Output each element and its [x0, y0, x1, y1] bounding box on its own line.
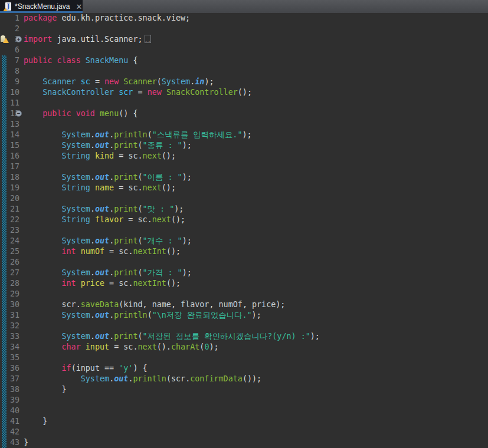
- code-token: (: [138, 236, 143, 245]
- code-token: (: [138, 173, 143, 182]
- code-token: out: [95, 141, 109, 150]
- code-line: 31 System.out.println("\n저장 완료되었습니다.");: [0, 310, 488, 321]
- line-number: 39: [0, 395, 19, 406]
- code-token: .: [185, 374, 190, 383]
- code-line: 14 System.out.println("스낵류를 입력하세요.");: [0, 130, 488, 140]
- line-number: 35: [0, 353, 19, 363]
- fold-collapsed-icon[interactable]: +: [15, 36, 22, 42]
- code-token: .: [90, 173, 95, 182]
- code-line: 27 System.out.print("가격 : ");: [0, 268, 488, 278]
- code-token: System: [62, 205, 90, 213]
- code-token: price: [81, 279, 104, 288]
- code-token: .: [109, 374, 114, 383]
- code-token: next: [152, 215, 171, 224]
- line-number: 29: [0, 289, 19, 299]
- code-line: 19 String name = sc.next();: [0, 183, 488, 193]
- code-token: [81, 342, 86, 351]
- code-token: saveData: [81, 300, 119, 309]
- line-number: 32: [0, 321, 19, 331]
- line-number: 17: [0, 162, 19, 172]
- code-line-text: System.out.println("스낵류를 입력하세요.");: [24, 130, 488, 140]
- line-number: 1: [0, 13, 19, 24]
- code-token: import: [24, 35, 52, 44]
- code-token: );: [182, 141, 192, 150]
- code-token: numOf: [81, 247, 104, 256]
- code-token: .: [109, 332, 114, 341]
- code-token: ==: [100, 364, 119, 373]
- code-token: [90, 151, 95, 160]
- code-token: );: [182, 173, 192, 182]
- tab-close-icon[interactable]: ✕: [76, 2, 82, 11]
- code-line: 10 SnackController scr = new SnackContro…: [0, 87, 488, 98]
- code-token: if: [62, 364, 71, 373]
- code-token: sc: [119, 279, 128, 288]
- code-line: 2: [0, 24, 488, 34]
- code-token: out: [95, 205, 109, 213]
- line-number: 7: [0, 55, 19, 66]
- code-token: (: [157, 77, 162, 86]
- code-line: 43}: [0, 437, 488, 448]
- code-token: [24, 205, 62, 213]
- code-line: 12− public void menu() {: [0, 108, 488, 119]
- code-token: print: [114, 236, 137, 245]
- code-line: 1package edu.kh.practice.snack.view;: [0, 13, 488, 24]
- code-token: String: [62, 151, 90, 160]
- code-token: class: [57, 56, 80, 65]
- line-number: 42: [0, 427, 19, 437]
- fold-box-dots-icon: ··: [145, 40, 150, 44]
- code-token: ,: [209, 300, 218, 309]
- code-token: ,: [143, 300, 152, 309]
- code-token: );: [182, 268, 192, 277]
- code-token: ) {: [133, 364, 147, 373]
- code-token: nextInt: [133, 247, 166, 256]
- code-token: menu: [100, 109, 119, 118]
- code-token: name: [95, 183, 114, 192]
- fold-expanded-icon[interactable]: −: [15, 110, 22, 117]
- code-token: [24, 364, 62, 373]
- code-token: [24, 247, 62, 256]
- code-token: charAt: [171, 342, 199, 351]
- code-token: [24, 183, 62, 192]
- tab-snackmenu-java[interactable]: J *SnackMenu.java ✕: [0, 0, 83, 13]
- code-line-text: String kind = sc.next();: [24, 151, 488, 162]
- warning-quickfix-icon[interactable]: [1, 35, 9, 44]
- folded-region-box[interactable]: ··: [145, 35, 151, 43]
- code-line: 38 }: [0, 384, 488, 395]
- code-token: ();: [162, 183, 176, 192]
- line-number: 38: [0, 384, 19, 395]
- code-line: 35: [0, 353, 488, 363]
- line-number: 36: [0, 363, 19, 374]
- code-token: next: [138, 342, 157, 351]
- line-number: 43: [0, 437, 19, 448]
- code-token: next: [143, 151, 162, 160]
- code-editor[interactable]: 1package edu.kh.practice.snack.view;23+i…: [0, 13, 488, 448]
- code-line: 32: [0, 321, 488, 331]
- code-token: .: [109, 311, 114, 319]
- code-line-text: package edu.kh.practice.snack.view;: [24, 13, 488, 24]
- code-line-text: import java.util.Scanner;··: [24, 34, 488, 45]
- code-line-text: int price = sc.nextInt();: [24, 278, 488, 289]
- line-number: 28: [0, 278, 19, 289]
- code-token: input: [76, 364, 100, 373]
- code-line: 23: [0, 225, 488, 236]
- code-token: );: [204, 77, 214, 86]
- line-number: 13: [0, 119, 19, 130]
- code-line-text: if(input == 'y') {: [24, 363, 488, 374]
- code-line: 30 scr.saveData(kind, name, flavor, numO…: [0, 299, 488, 310]
- line-number: 37: [0, 374, 19, 384]
- code-token: ());: [243, 374, 261, 383]
- line-number: 33: [0, 331, 19, 342]
- code-token: [24, 151, 62, 160]
- code-token: .: [109, 268, 114, 277]
- code-line: 41 }: [0, 416, 488, 427]
- code-token: sc: [119, 247, 128, 256]
- code-line-text: public class SnackMenu {: [24, 55, 488, 66]
- code-token: out: [95, 236, 109, 245]
- code-token: package: [24, 14, 57, 22]
- code-line-text: System.out.println(scr.confirmData());: [24, 374, 488, 384]
- code-token: [24, 88, 42, 97]
- code-token: print: [114, 173, 137, 182]
- code-token: .: [90, 236, 95, 245]
- code-token: ();: [166, 279, 181, 288]
- code-token: new: [148, 88, 162, 97]
